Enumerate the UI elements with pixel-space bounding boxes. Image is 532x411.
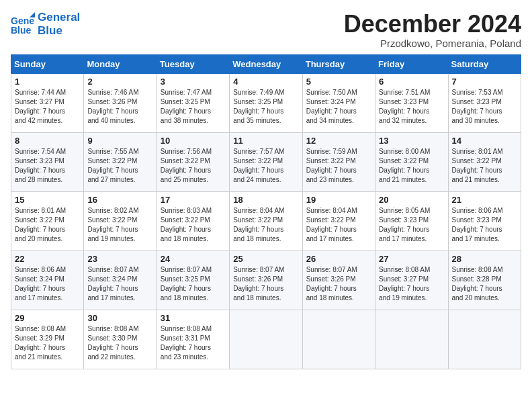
- day-info: Sunrise: 8:02 AM Sunset: 3:22 PM Dayligh…: [87, 206, 152, 244]
- calendar-cell: 27Sunrise: 8:08 AM Sunset: 3:27 PM Dayli…: [375, 250, 448, 310]
- day-number: 10: [161, 136, 226, 146]
- calendar-cell: 4Sunrise: 7:49 AM Sunset: 3:25 PM Daylig…: [230, 73, 302, 132]
- day-info: Sunrise: 8:08 AM Sunset: 3:29 PM Dayligh…: [15, 324, 80, 362]
- calendar-cell: 19Sunrise: 8:04 AM Sunset: 3:22 PM Dayli…: [302, 191, 375, 250]
- day-number: 9: [87, 136, 152, 146]
- day-number: 1: [15, 77, 80, 87]
- calendar-cell: 5Sunrise: 7:50 AM Sunset: 3:24 PM Daylig…: [302, 73, 375, 132]
- calendar-cell: 20Sunrise: 8:05 AM Sunset: 3:23 PM Dayli…: [375, 191, 448, 250]
- day-info: Sunrise: 7:47 AM Sunset: 3:25 PM Dayligh…: [161, 88, 226, 126]
- day-info: Sunrise: 7:55 AM Sunset: 3:22 PM Dayligh…: [87, 147, 152, 185]
- svg-marker-2: [30, 12, 35, 17]
- logo-text-blue: Blue: [38, 24, 80, 38]
- calendar-cell: 21Sunrise: 8:06 AM Sunset: 3:23 PM Dayli…: [448, 191, 521, 250]
- day-number: 27: [379, 254, 444, 264]
- calendar-cell: 28Sunrise: 8:08 AM Sunset: 3:28 PM Dayli…: [448, 250, 521, 310]
- calendar-cell: 25Sunrise: 8:07 AM Sunset: 3:26 PM Dayli…: [230, 250, 302, 310]
- logo-icon: General Blue: [11, 12, 35, 36]
- calendar-week-1: 1Sunrise: 7:44 AM Sunset: 3:27 PM Daylig…: [11, 73, 521, 132]
- calendar-week-3: 15Sunrise: 8:01 AM Sunset: 3:22 PM Dayli…: [11, 191, 521, 250]
- calendar-cell: 6Sunrise: 7:51 AM Sunset: 3:23 PM Daylig…: [375, 73, 448, 132]
- day-number: 12: [306, 136, 371, 146]
- calendar-cell: 12Sunrise: 7:59 AM Sunset: 3:22 PM Dayli…: [302, 132, 375, 191]
- day-info: Sunrise: 8:08 AM Sunset: 3:30 PM Dayligh…: [87, 324, 152, 362]
- day-info: Sunrise: 8:04 AM Sunset: 3:22 PM Dayligh…: [233, 206, 298, 244]
- calendar-cell: 14Sunrise: 8:01 AM Sunset: 3:22 PM Dayli…: [448, 132, 521, 191]
- day-number: 19: [306, 195, 371, 205]
- day-info: Sunrise: 7:49 AM Sunset: 3:25 PM Dayligh…: [233, 88, 298, 126]
- calendar-cell: 16Sunrise: 8:02 AM Sunset: 3:22 PM Dayli…: [84, 191, 157, 250]
- calendar-cell: 24Sunrise: 8:07 AM Sunset: 3:25 PM Dayli…: [157, 250, 229, 310]
- calendar-cell: 18Sunrise: 8:04 AM Sunset: 3:22 PM Dayli…: [230, 191, 302, 250]
- day-info: Sunrise: 7:44 AM Sunset: 3:27 PM Dayligh…: [15, 88, 80, 126]
- day-number: 17: [161, 195, 226, 205]
- day-number: 22: [15, 254, 80, 264]
- weekday-wednesday: Wednesday: [230, 54, 302, 73]
- day-info: Sunrise: 7:50 AM Sunset: 3:24 PM Dayligh…: [306, 88, 371, 126]
- day-number: 24: [161, 254, 226, 264]
- day-number: 11: [233, 136, 298, 146]
- page-header: General Blue General Blue December 2024 …: [11, 11, 521, 49]
- calendar-cell: 22Sunrise: 8:06 AM Sunset: 3:24 PM Dayli…: [11, 250, 84, 310]
- day-info: Sunrise: 8:08 AM Sunset: 3:31 PM Dayligh…: [161, 324, 226, 362]
- calendar-cell: 30Sunrise: 8:08 AM Sunset: 3:30 PM Dayli…: [84, 310, 157, 369]
- calendar-cell: 8Sunrise: 7:54 AM Sunset: 3:23 PM Daylig…: [11, 132, 84, 191]
- day-number: 21: [452, 195, 517, 205]
- day-info: Sunrise: 7:56 AM Sunset: 3:22 PM Dayligh…: [161, 147, 226, 185]
- day-number: 8: [15, 136, 80, 146]
- calendar-cell: 29Sunrise: 8:08 AM Sunset: 3:29 PM Dayli…: [11, 310, 84, 369]
- day-info: Sunrise: 8:08 AM Sunset: 3:27 PM Dayligh…: [379, 265, 444, 303]
- day-number: 30: [87, 313, 152, 323]
- day-info: Sunrise: 7:46 AM Sunset: 3:26 PM Dayligh…: [87, 88, 152, 126]
- weekday-thursday: Thursday: [302, 54, 375, 73]
- svg-text:Blue: Blue: [11, 25, 32, 36]
- weekday-header-row: SundayMondayTuesdayWednesdayThursdayFrid…: [11, 54, 521, 73]
- calendar-cell: [302, 310, 375, 369]
- day-info: Sunrise: 8:01 AM Sunset: 3:22 PM Dayligh…: [15, 206, 80, 244]
- calendar-week-5: 29Sunrise: 8:08 AM Sunset: 3:29 PM Dayli…: [11, 310, 521, 369]
- calendar-week-2: 8Sunrise: 7:54 AM Sunset: 3:23 PM Daylig…: [11, 132, 521, 191]
- weekday-tuesday: Tuesday: [157, 54, 229, 73]
- calendar-table: SundayMondayTuesdayWednesdayThursdayFrid…: [11, 54, 521, 369]
- day-info: Sunrise: 8:08 AM Sunset: 3:28 PM Dayligh…: [452, 265, 517, 303]
- calendar-cell: 10Sunrise: 7:56 AM Sunset: 3:22 PM Dayli…: [157, 132, 229, 191]
- day-info: Sunrise: 8:00 AM Sunset: 3:22 PM Dayligh…: [379, 147, 444, 185]
- day-info: Sunrise: 8:05 AM Sunset: 3:23 PM Dayligh…: [379, 206, 444, 244]
- day-info: Sunrise: 8:07 AM Sunset: 3:25 PM Dayligh…: [161, 265, 226, 303]
- day-number: 29: [15, 313, 80, 323]
- calendar-cell: 1Sunrise: 7:44 AM Sunset: 3:27 PM Daylig…: [11, 73, 84, 132]
- weekday-friday: Friday: [375, 54, 448, 73]
- calendar-week-4: 22Sunrise: 8:06 AM Sunset: 3:24 PM Dayli…: [11, 250, 521, 310]
- day-number: 3: [161, 77, 226, 87]
- calendar-cell: [448, 310, 521, 369]
- day-info: Sunrise: 8:03 AM Sunset: 3:22 PM Dayligh…: [161, 206, 226, 244]
- day-info: Sunrise: 7:51 AM Sunset: 3:23 PM Dayligh…: [379, 88, 444, 126]
- weekday-saturday: Saturday: [448, 54, 521, 73]
- weekday-sunday: Sunday: [11, 54, 84, 73]
- calendar-cell: 26Sunrise: 8:07 AM Sunset: 3:26 PM Dayli…: [302, 250, 375, 310]
- day-number: 25: [233, 254, 298, 264]
- calendar-cell: 9Sunrise: 7:55 AM Sunset: 3:22 PM Daylig…: [84, 132, 157, 191]
- day-number: 20: [379, 195, 444, 205]
- calendar-cell: 31Sunrise: 8:08 AM Sunset: 3:31 PM Dayli…: [157, 310, 229, 369]
- day-info: Sunrise: 7:54 AM Sunset: 3:23 PM Dayligh…: [15, 147, 80, 185]
- calendar-cell: 17Sunrise: 8:03 AM Sunset: 3:22 PM Dayli…: [157, 191, 229, 250]
- day-info: Sunrise: 8:07 AM Sunset: 3:26 PM Dayligh…: [233, 265, 298, 303]
- calendar-cell: 11Sunrise: 7:57 AM Sunset: 3:22 PM Dayli…: [230, 132, 302, 191]
- day-number: 26: [306, 254, 371, 264]
- day-number: 16: [87, 195, 152, 205]
- title-block: December 2024 Przodkowo, Pomerania, Pola…: [344, 11, 521, 49]
- day-number: 7: [452, 77, 517, 87]
- calendar-cell: 15Sunrise: 8:01 AM Sunset: 3:22 PM Dayli…: [11, 191, 84, 250]
- day-info: Sunrise: 7:57 AM Sunset: 3:22 PM Dayligh…: [233, 147, 298, 185]
- day-number: 2: [87, 77, 152, 87]
- day-info: Sunrise: 8:01 AM Sunset: 3:22 PM Dayligh…: [452, 147, 517, 185]
- day-info: Sunrise: 7:53 AM Sunset: 3:23 PM Dayligh…: [452, 88, 517, 126]
- logo-text-general: General: [38, 11, 80, 24]
- day-number: 6: [379, 77, 444, 87]
- calendar-cell: 3Sunrise: 7:47 AM Sunset: 3:25 PM Daylig…: [157, 73, 229, 132]
- month-title: December 2024: [344, 11, 521, 38]
- day-info: Sunrise: 8:07 AM Sunset: 3:24 PM Dayligh…: [87, 265, 152, 303]
- day-info: Sunrise: 8:07 AM Sunset: 3:26 PM Dayligh…: [306, 265, 371, 303]
- calendar-body: 1Sunrise: 7:44 AM Sunset: 3:27 PM Daylig…: [11, 73, 521, 369]
